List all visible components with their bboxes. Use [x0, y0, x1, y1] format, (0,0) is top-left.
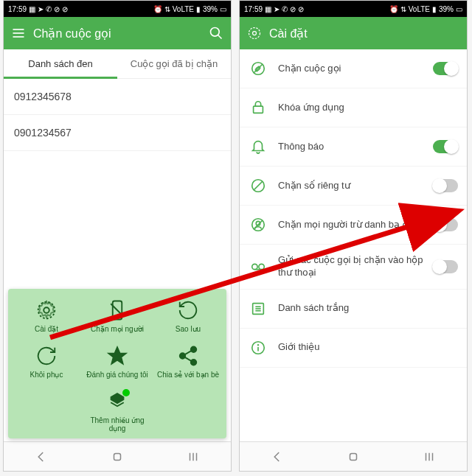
signal-bars-icon: ▮: [432, 5, 437, 13]
nav-recents-icon[interactable]: [184, 447, 203, 466]
phone-block-icon: [249, 59, 268, 78]
battery-percent: 39%: [439, 5, 454, 13]
setting-block-private[interactable]: Chặn số riêng tư: [240, 167, 467, 206]
setting-block-except-contacts[interactable]: Chặn mọi người trừ danh bạ của tôi: [240, 206, 467, 245]
svg-line-4: [218, 35, 222, 39]
nav-home-icon[interactable]: [344, 447, 363, 466]
menu-label: Chia sẻ với bạn bè: [157, 371, 219, 379]
setting-app-lock[interactable]: Khóa ứng dụng: [240, 88, 467, 127]
setting-label: Danh sách trắng: [278, 302, 458, 315]
toggle-switch[interactable]: [433, 218, 458, 231]
lock-icon: [249, 98, 268, 117]
menu-backup[interactable]: Sao lưu: [153, 295, 223, 336]
volte-label: VoLTE: [409, 5, 430, 13]
volte-label: VoLTE: [173, 5, 194, 13]
nav-back-icon[interactable]: [268, 447, 287, 466]
svg-point-29: [252, 264, 257, 269]
block-icon: [249, 176, 268, 195]
status-time: 17:59: [244, 5, 263, 13]
svg-point-3: [211, 28, 220, 37]
svg-line-13: [185, 351, 192, 354]
menu-label: Đánh giá chúng tôi: [86, 371, 148, 379]
appbar-title: Chặn cuộc gọi: [33, 27, 209, 41]
setting-notifications[interactable]: Thông báo: [240, 127, 467, 167]
battery-icon: ▭: [456, 5, 462, 13]
setting-label: Chặn cuộc gọi: [278, 63, 433, 75]
toggle-switch[interactable]: [433, 179, 458, 192]
gear-icon: [34, 298, 59, 323]
star-icon: [105, 343, 130, 368]
setting-block-calls[interactable]: Chặn cuộc gọi: [240, 49, 467, 88]
signal-bars-icon: ▮: [196, 5, 201, 13]
svg-point-20: [249, 28, 260, 39]
menu-icon[interactable]: [11, 26, 26, 41]
voicemail-icon: [249, 257, 268, 276]
setting-about[interactable]: Giới thiệu: [240, 329, 467, 368]
menu-block-everyone[interactable]: Chặn mọi người: [82, 295, 153, 336]
svg-rect-39: [350, 453, 356, 460]
nav-home-icon[interactable]: [108, 447, 127, 466]
svg-line-22: [254, 65, 263, 73]
tab-blocked-calls[interactable]: Cuộc gọi đã bị chặn: [117, 49, 231, 78]
phone-left: 17:59 ▦ ➤ ✆ ⊘ ⊘ ⏰ ⇅ VoLTE ▮ 39% ▭ Chặn c…: [3, 0, 232, 472]
no-sim-icon-2: ⊘: [62, 5, 68, 13]
phone-right: 17:59 ▦ ➤ ✆ ⊘ ⊘ ⏰ ⇅ VoLTE ▮ 39% ▭ Cài đặ…: [239, 0, 468, 472]
call-indicator-icon: ✆: [282, 5, 288, 13]
svg-rect-15: [114, 453, 120, 460]
nav-back-icon[interactable]: [32, 447, 51, 466]
nav-recents-icon[interactable]: [420, 447, 439, 466]
refresh-icon: [34, 343, 59, 368]
tab-blacklist[interactable]: Danh sách đen: [4, 49, 117, 78]
menu-label: Sao lưu: [176, 325, 201, 333]
menu-label: Chặn mọi người: [91, 325, 144, 333]
share-icon: [176, 343, 201, 368]
menu-share[interactable]: Chia sẻ với bạn bè: [153, 340, 223, 382]
list-icon: [249, 299, 268, 318]
app-indicator-icon: ▦: [265, 5, 271, 13]
setting-whitelist[interactable]: Danh sách trắng: [240, 290, 467, 329]
svg-rect-23: [254, 106, 263, 113]
list-item[interactable]: 0912345678: [4, 79, 231, 115]
setting-label: Gửi các cuộc gọi bị chặn vào hộp thư tho…: [278, 254, 433, 279]
list-item[interactable]: 0901234567: [4, 115, 231, 151]
menu-more-apps[interactable]: Thêm nhiều ứng dụng: [82, 386, 153, 435]
signal-icon: ➤: [38, 5, 44, 13]
toggle-switch[interactable]: [433, 260, 458, 273]
toggle-switch[interactable]: [433, 140, 458, 153]
svg-point-12: [191, 360, 197, 365]
no-sim-icon-2: ⊘: [298, 5, 304, 13]
svg-point-19: [253, 32, 257, 35]
call-indicator-icon: ✆: [46, 5, 52, 13]
alarm-icon: ⏰: [153, 5, 162, 13]
wifi-icon: ⇅: [400, 5, 406, 13]
alarm-icon: ⏰: [389, 5, 398, 13]
bell-icon: [249, 137, 268, 156]
battery-percent: 39%: [203, 5, 218, 13]
svg-point-5: [44, 307, 49, 313]
phone-block-icon: [105, 298, 130, 323]
setting-voicemail[interactable]: Gửi các cuộc gọi bị chặn vào hộp thư tho…: [240, 245, 467, 290]
menu-rate-us[interactable]: Đánh giá chúng tôi: [82, 340, 153, 382]
status-time: 17:59: [8, 5, 27, 13]
appbar-title: Cài đặt: [269, 27, 459, 41]
menu-label: Cài đặt: [35, 325, 58, 333]
menu-label: Khôi phục: [30, 371, 63, 379]
svg-point-30: [259, 264, 264, 269]
menu-restore[interactable]: Khôi phục: [11, 340, 82, 382]
history-icon: [176, 298, 201, 323]
svg-point-10: [191, 347, 197, 353]
svg-line-25: [254, 182, 263, 190]
app-bar: Cài đặt: [240, 17, 467, 49]
app-bar: Chặn cuộc gọi: [4, 17, 231, 49]
menu-settings[interactable]: Cài đặt: [11, 295, 82, 336]
info-icon: [249, 338, 268, 357]
no-sim-icon: ⊘: [54, 5, 60, 13]
setting-label: Chặn mọi người trừ danh bạ của tôi: [278, 219, 433, 231]
setting-label: Thông báo: [278, 141, 433, 153]
search-icon[interactable]: [209, 26, 223, 41]
signal-icon: ➤: [274, 5, 280, 13]
svg-point-11: [180, 353, 186, 359]
toggle-switch[interactable]: [433, 62, 458, 75]
status-bar: 17:59 ▦ ➤ ✆ ⊘ ⊘ ⏰ ⇅ VoLTE ▮ 39% ▭: [4, 1, 231, 17]
settings-list: Chặn cuộc gọi Khóa ứng dụng Thông báo Ch…: [240, 49, 467, 441]
